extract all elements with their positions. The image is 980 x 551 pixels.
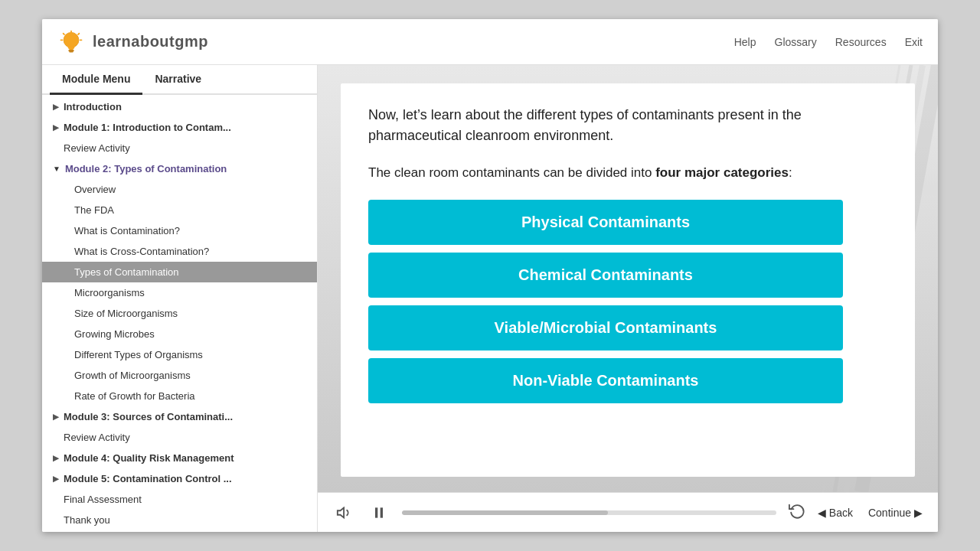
exit-link[interactable]: Exit xyxy=(905,36,923,48)
sidebar-item-growthofmicroorganisms[interactable]: Growth of Microorganisms xyxy=(42,365,317,386)
back-arrow-icon: ◀ xyxy=(818,507,826,519)
arrow-icon: ▶ xyxy=(53,412,59,421)
bottom-bar: ◀ Back Continue ▶ xyxy=(318,492,938,532)
main-area: Module Menu Narrative ▶ Introduction ▶ M… xyxy=(42,65,938,532)
logo-icon xyxy=(57,28,85,56)
arrow-icon: ▶ xyxy=(53,123,59,132)
sidebar-item-differenttypes[interactable]: Different Types of Organisms xyxy=(42,344,317,365)
reset-button[interactable] xyxy=(789,502,805,523)
sub-text-suffix: : xyxy=(789,165,792,180)
arrow-icon: ▶ xyxy=(53,474,59,483)
sidebar-item-thankyou[interactable]: Thank you xyxy=(42,510,317,530)
glossary-link[interactable]: Glossary xyxy=(775,36,817,48)
categories-grid: Physical Contaminants Chemical Contamina… xyxy=(368,200,843,403)
sidebar-item-microorganisms[interactable]: Microorganisms xyxy=(42,282,317,303)
sidebar-item-review3[interactable]: Review Activity xyxy=(42,427,317,448)
intro-text: Now, let’s learn about the different typ… xyxy=(368,105,887,146)
sidebar-item-overview[interactable]: Overview xyxy=(42,179,317,200)
logo-text: learnaboutgmp xyxy=(93,33,208,51)
viable-contaminants-btn[interactable]: Viable/Microbial Contaminants xyxy=(368,305,843,350)
svg-rect-13 xyxy=(375,507,377,517)
sidebar: Module Menu Narrative ▶ Introduction ▶ M… xyxy=(42,65,318,532)
app-window: learnaboutgmp Help Glossary Resources Ex… xyxy=(42,19,938,532)
progress-bar[interactable] xyxy=(402,510,776,515)
progress-fill xyxy=(402,510,608,515)
sidebar-item-whatiscontamination[interactable]: What is Contamination? xyxy=(42,220,317,241)
sidebar-item-module3[interactable]: ▶ Module 3: Sources of Contaminati... xyxy=(42,406,317,427)
arrow-down-icon: ▼ xyxy=(53,165,60,173)
sidebar-item-review1[interactable]: Review Activity xyxy=(42,138,317,158)
menu-section: ▶ Introduction ▶ Module 1: Introduction … xyxy=(42,96,317,530)
sub-text-bold: four major categories xyxy=(655,165,789,180)
slide-area: Now, let’s learn about the different typ… xyxy=(318,65,938,492)
logo-area: learnaboutgmp xyxy=(57,28,208,56)
sidebar-item-module2[interactable]: ▼ Module 2: Types of Contamination xyxy=(42,158,317,179)
pause-icon xyxy=(371,505,387,520)
tab-module-menu[interactable]: Module Menu xyxy=(50,65,142,95)
sub-text: The clean room contaminants can be divid… xyxy=(368,163,887,183)
nonviable-contaminants-btn[interactable]: Non-Viable Contaminants xyxy=(368,358,843,403)
svg-line-5 xyxy=(78,33,79,34)
sidebar-item-module1[interactable]: ▶ Module 1: Introduction to Contam... xyxy=(42,117,317,138)
sidebar-item-finalassessment[interactable]: Final Assessment xyxy=(42,489,317,510)
svg-line-4 xyxy=(64,33,64,34)
sidebar-item-rateofgrowth[interactable]: Rate of Growth for Bacteria xyxy=(42,386,317,406)
svg-rect-2 xyxy=(69,51,73,52)
top-bar: learnaboutgmp Help Glossary Resources Ex… xyxy=(42,19,938,65)
volume-button[interactable] xyxy=(333,501,356,524)
arrow-icon: ▶ xyxy=(53,103,59,111)
slide-content: Now, let’s learn about the different typ… xyxy=(341,83,915,477)
arrow-icon: ▶ xyxy=(53,454,59,462)
continue-arrow-icon: ▶ xyxy=(914,507,923,519)
help-link[interactable]: Help xyxy=(734,36,756,48)
tab-narrative[interactable]: Narrative xyxy=(142,65,214,95)
sidebar-item-typesofcontamination[interactable]: Types of Contamination xyxy=(42,262,317,282)
sidebar-item-module5[interactable]: ▶ Module 5: Contamination Control ... xyxy=(42,468,317,489)
svg-point-0 xyxy=(64,32,79,47)
sidebar-item-thefda[interactable]: The FDA xyxy=(42,200,317,220)
volume-icon xyxy=(336,504,353,521)
sidebar-item-whatiscrosscontamination[interactable]: What is Cross-Contamination? xyxy=(42,241,317,262)
sub-text-prefix: The clean room contaminants can be divid… xyxy=(368,165,655,180)
nav-buttons: ◀ Back Continue ▶ xyxy=(818,507,923,519)
svg-marker-12 xyxy=(338,507,344,517)
content-area: Now, let’s learn about the different typ… xyxy=(318,65,938,532)
sidebar-tabs: Module Menu Narrative xyxy=(42,65,317,95)
back-button[interactable]: ◀ Back xyxy=(818,507,853,519)
top-nav: Help Glossary Resources Exit xyxy=(734,36,923,48)
continue-button[interactable]: Continue ▶ xyxy=(868,507,923,519)
chemical-contaminants-btn[interactable]: Chemical Contaminants xyxy=(368,253,843,298)
sidebar-item-sizeofmicroorganisms[interactable]: Size of Microorganisms xyxy=(42,303,317,324)
svg-rect-14 xyxy=(381,507,383,517)
physical-contaminants-btn[interactable]: Physical Contaminants xyxy=(368,200,843,245)
sidebar-item-module4[interactable]: ▶ Module 4: Quality Risk Management xyxy=(42,448,317,468)
sidebar-item-growingmicrobes[interactable]: Growing Microbes xyxy=(42,324,317,344)
resources-link[interactable]: Resources xyxy=(835,36,887,48)
sidebar-item-introduction[interactable]: ▶ Introduction xyxy=(42,96,317,117)
reset-icon xyxy=(789,502,805,519)
pause-button[interactable] xyxy=(368,502,390,523)
